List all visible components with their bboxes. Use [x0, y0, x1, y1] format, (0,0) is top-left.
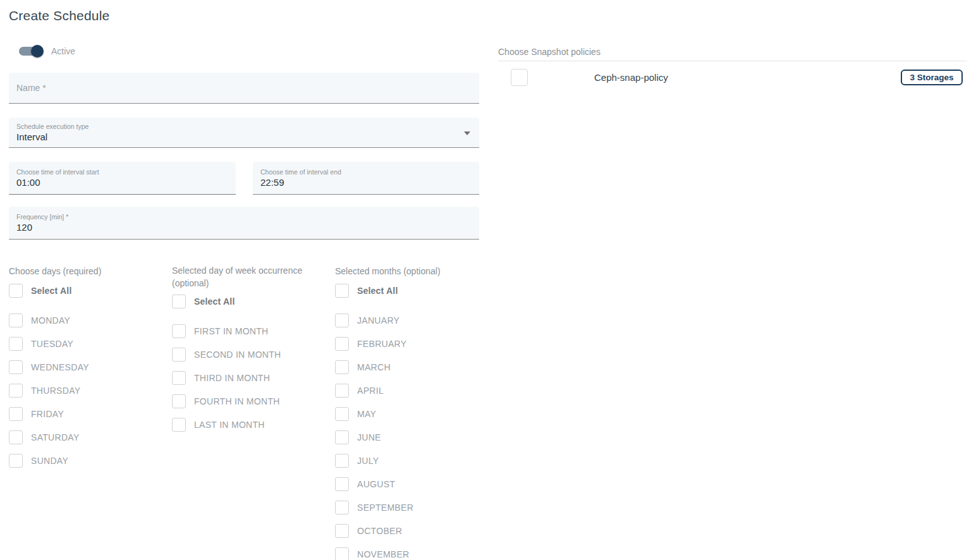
- occurrence-label-second: SECOND IN MONTH: [194, 350, 281, 360]
- day-row: WEDNESDAY: [9, 360, 167, 374]
- occurrence-label-last: LAST IN MONTH: [194, 420, 265, 430]
- checkbox-months-select-all[interactable]: [335, 284, 349, 298]
- occurrence-label-third: THIRD IN MONTH: [194, 373, 270, 383]
- occurrence-select-all-label: Select All: [194, 296, 235, 307]
- checkbox-may[interactable]: [335, 407, 349, 421]
- month-row: APRIL: [335, 383, 480, 398]
- frequency-label: Frequency [min] *: [9, 207, 479, 221]
- day-row: SATURDAY: [9, 430, 167, 444]
- checkbox-last-in-month[interactable]: [172, 418, 186, 432]
- occurrence-select-all-row: Select All: [172, 294, 305, 308]
- checkbox-june[interactable]: [335, 430, 349, 444]
- day-label-sunday: SUNDAY: [31, 456, 68, 466]
- checkbox-tuesday[interactable]: [9, 337, 23, 351]
- checkbox-friday[interactable]: [9, 407, 23, 421]
- day-label-thursday: THURSDAY: [31, 386, 80, 396]
- month-row: JUNE: [335, 430, 480, 444]
- active-toggle[interactable]: [19, 47, 42, 56]
- months-header: Selected months (optional): [335, 265, 480, 277]
- occurrence-header: Selected day of week occurrence (optiona…: [172, 264, 305, 289]
- day-row: THURSDAY: [9, 383, 167, 398]
- occurrence-row: LAST IN MONTH: [172, 417, 305, 432]
- active-toggle-row: Active: [19, 46, 75, 56]
- day-row: FRIDAY: [9, 406, 167, 421]
- day-label-friday: FRIDAY: [31, 409, 64, 419]
- checkbox-september[interactable]: [335, 501, 349, 514]
- occurrence-row: THIRD IN MONTH: [172, 370, 305, 385]
- checkbox-ceph-snap-policy[interactable]: [511, 69, 528, 86]
- checkbox-february[interactable]: [335, 337, 349, 351]
- occurrence-row: SECOND IN MONTH: [172, 347, 305, 362]
- month-row: JANUARY: [335, 313, 480, 327]
- name-input[interactable]: [9, 73, 479, 103]
- month-label-april: APRIL: [357, 386, 384, 396]
- snapshot-policies-header: Choose Snapshot policies: [498, 47, 601, 57]
- month-label-august: AUGUST: [357, 479, 395, 489]
- months-select-all-row: Select All: [335, 283, 480, 298]
- frequency-input[interactable]: [9, 221, 479, 233]
- month-row: SEPTEMBER: [335, 500, 480, 514]
- divider: [498, 61, 967, 61]
- month-row: FEBRUARY: [335, 336, 480, 351]
- checkbox-saturday[interactable]: [9, 430, 23, 444]
- interval-end-label: Choose time of interval end: [253, 162, 479, 176]
- days-select-all-label: Select All: [31, 286, 72, 296]
- frequency-field: Frequency [min] *: [9, 207, 479, 240]
- name-field: [9, 73, 479, 104]
- occurrence-section: Selected day of week occurrence (optiona…: [172, 264, 305, 441]
- checkbox-fourth-in-month[interactable]: [172, 394, 186, 408]
- month-row: OCTOBER: [335, 523, 480, 538]
- interval-start-input[interactable]: [9, 176, 236, 188]
- execution-type-value: Interval: [9, 130, 479, 142]
- month-label-january: JANUARY: [357, 315, 400, 326]
- day-row: SUNDAY: [9, 453, 167, 468]
- day-label-saturday: SATURDAY: [31, 432, 80, 442]
- checkbox-january[interactable]: [335, 313, 349, 327]
- checkbox-wednesday[interactable]: [9, 360, 23, 374]
- day-label-monday: MONDAY: [31, 315, 70, 326]
- interval-start-label: Choose time of interval start: [9, 162, 236, 176]
- checkbox-july[interactable]: [335, 454, 349, 468]
- month-label-june: JUNE: [357, 432, 381, 442]
- active-toggle-label: Active: [51, 46, 75, 56]
- month-row: NOVEMBER: [335, 547, 480, 560]
- checkbox-monday[interactable]: [9, 313, 23, 327]
- checkbox-first-in-month[interactable]: [172, 324, 186, 338]
- checkbox-march[interactable]: [335, 360, 349, 374]
- days-select-all-row: Select All: [9, 283, 167, 298]
- days-header: Choose days (required): [9, 265, 167, 277]
- interval-end-input[interactable]: [253, 176, 479, 188]
- checkbox-april[interactable]: [335, 384, 349, 398]
- interval-start-field: Choose time of interval start: [9, 162, 236, 195]
- checkbox-sunday[interactable]: [9, 454, 23, 468]
- month-label-july: JULY: [357, 456, 379, 466]
- checkbox-thursday[interactable]: [9, 384, 23, 398]
- month-label-february: FEBRUARY: [357, 339, 406, 349]
- month-label-march: MARCH: [357, 362, 391, 372]
- month-row: AUGUST: [335, 477, 480, 491]
- checkbox-second-in-month[interactable]: [172, 348, 186, 362]
- days-section: Choose days (required) Select All MONDAY…: [9, 265, 167, 477]
- execution-type-select[interactable]: Schedule execution type Interval: [9, 118, 479, 148]
- policy-name: Ceph-snap-policy: [594, 72, 668, 83]
- day-label-wednesday: WEDNESDAY: [31, 362, 89, 372]
- months-select-all-label: Select All: [357, 286, 398, 296]
- day-row: MONDAY: [9, 313, 167, 327]
- chevron-down-icon: [464, 131, 470, 135]
- day-row: TUESDAY: [9, 336, 167, 351]
- policy-row: Ceph-snap-policy 3 Storages: [498, 66, 967, 90]
- checkbox-november[interactable]: [335, 547, 349, 560]
- months-section: Selected months (optional) Select All JA…: [335, 265, 480, 560]
- active-toggle-thumb: [31, 45, 44, 58]
- interval-end-field: Choose time of interval end: [253, 162, 479, 195]
- checkbox-occurrence-select-all[interactable]: [172, 295, 186, 308]
- checkbox-october[interactable]: [335, 524, 349, 538]
- checkbox-august[interactable]: [335, 477, 349, 491]
- month-label-october: OCTOBER: [357, 526, 402, 536]
- checkbox-days-select-all[interactable]: [9, 284, 23, 298]
- occurrence-label-fourth: FOURTH IN MONTH: [194, 396, 280, 406]
- checkbox-third-in-month[interactable]: [172, 371, 186, 385]
- month-row: JULY: [335, 453, 480, 468]
- storages-count-button[interactable]: 3 Storages: [901, 70, 963, 85]
- day-label-tuesday: TUESDAY: [31, 339, 73, 349]
